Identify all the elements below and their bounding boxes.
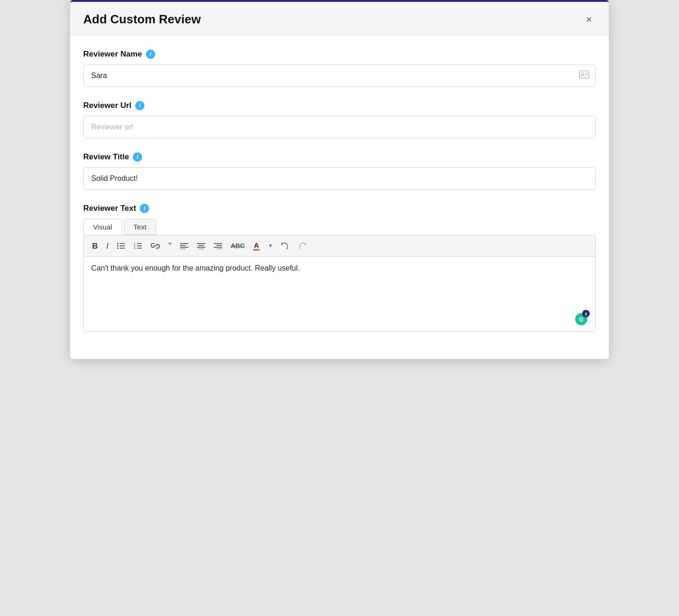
reviewer-text-info-icon[interactable]: i [140,204,149,213]
undo-button[interactable] [278,240,292,251]
reviewer-url-group: Reviewer Url i [83,101,596,138]
add-custom-review-modal: Add Custom Review × Reviewer Name i [70,0,609,359]
svg-point-9 [117,248,119,249]
editor-toolbar: B I 1.2.3. " [84,236,595,257]
close-button[interactable]: × [582,13,596,27]
italic-button[interactable]: I [103,240,111,252]
ordered-list-button[interactable]: 1.2.3. [131,240,145,251]
editor-content[interactable]: Can't thank you enough for the amazing p… [84,257,595,331]
tab-text[interactable]: Text [124,219,157,235]
modal-title: Add Custom Review [83,12,201,27]
reviewer-name-info-icon[interactable]: i [146,50,155,59]
font-color-dropdown-button[interactable]: ▼ [265,242,275,250]
modal-header: Add Custom Review × [70,2,609,36]
editor-container: B I 1.2.3. " [83,235,596,332]
redo-button[interactable] [295,240,309,251]
blockquote-button[interactable]: " [166,239,174,252]
tab-visual[interactable]: Visual [83,219,122,235]
modal-body: Reviewer Name i [70,36,609,359]
review-title-label: Review Title i [83,152,596,162]
editor-tabs: Visual Text [83,219,596,235]
align-left-button[interactable] [177,241,191,251]
svg-text:G: G [579,316,583,323]
align-center-button[interactable] [194,241,208,251]
align-right-button[interactable] [211,241,225,251]
reviewer-text-label: Reviewer Text i [83,204,596,213]
bold-button[interactable]: B [89,240,101,252]
review-title-input[interactable] [83,167,596,190]
reviewer-name-input[interactable] [83,64,596,87]
reviewer-name-label: Reviewer Name i [83,50,596,59]
font-color-button[interactable]: A [250,240,262,252]
review-title-group: Review Title i [83,152,596,190]
reviewer-name-input-wrapper [83,64,596,87]
link-button[interactable] [148,240,163,251]
editor-text: Can't thank you enough for the amazing p… [91,264,300,272]
reviewer-url-info-icon[interactable]: i [135,101,144,110]
review-title-info-icon[interactable]: i [133,152,142,162]
reviewer-name-group: Reviewer Name i [83,50,596,87]
reviewer-text-group: Reviewer Text i Visual Text B I [83,204,596,332]
grammarly-icon: G 3 [573,309,590,326]
resize-handle[interactable]: ⋱ [589,325,594,330]
svg-point-5 [117,243,119,244]
modal-overlay: Add Custom Review × Reviewer Name i [70,0,609,359]
svg-point-1 [581,73,584,75]
strikethrough-button[interactable]: ABC [228,241,247,251]
svg-point-7 [117,245,119,247]
svg-text:3.: 3. [134,247,136,250]
unordered-list-button[interactable] [114,240,128,251]
reviewer-url-label: Reviewer Url i [83,101,596,110]
id-card-icon [579,71,589,81]
reviewer-url-input[interactable] [83,116,596,138]
svg-text:3: 3 [585,312,587,316]
